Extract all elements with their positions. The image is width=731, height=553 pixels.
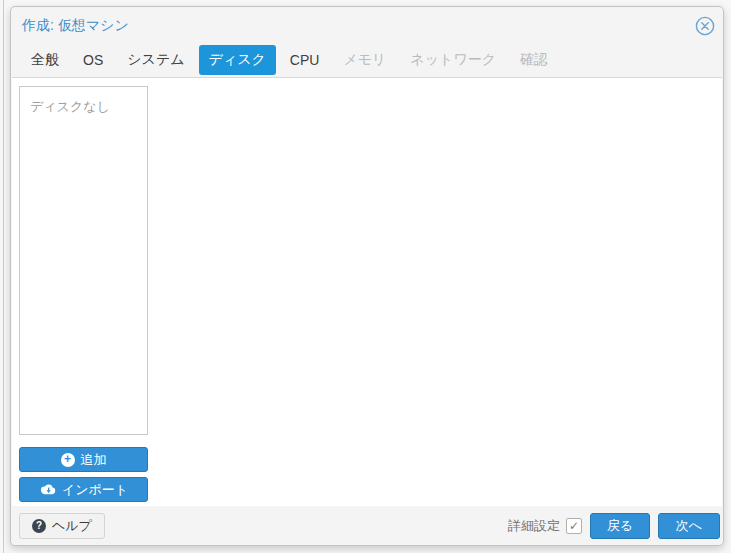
back-button[interactable]: 戻る	[590, 513, 650, 539]
disk-tab-content: ディスクなし + 追加 インポート	[12, 77, 722, 507]
tab-confirm: 確認	[510, 45, 558, 75]
cloud-download-icon	[39, 483, 56, 496]
tab-disks[interactable]: ディスク	[199, 45, 276, 75]
wizard-tabbar: 全般 OS システム ディスク CPU メモリ ネットワーク 確認	[11, 43, 723, 77]
add-disk-button[interactable]: + 追加	[19, 447, 148, 472]
tab-os[interactable]: OS	[73, 46, 113, 74]
tab-system[interactable]: システム	[117, 45, 194, 75]
dialog-titlebar: 作成: 仮想マシン	[11, 7, 723, 43]
create-vm-dialog: 作成: 仮想マシン 全般 OS システム ディスク CPU メモリ ネットワーク…	[10, 6, 724, 546]
import-disk-button-label: インポート	[62, 481, 128, 499]
tab-general[interactable]: 全般	[21, 45, 69, 75]
advanced-settings-label: 詳細設定	[508, 517, 560, 535]
background-divider	[3, 0, 4, 553]
tab-cpu[interactable]: CPU	[280, 46, 330, 74]
footer-right-group: 詳細設定 ✓ 戻る 次へ	[508, 513, 720, 539]
close-button[interactable]	[695, 16, 715, 36]
back-button-label: 戻る	[607, 517, 633, 535]
question-circle-icon: ?	[32, 519, 46, 533]
add-disk-button-label: 追加	[81, 451, 107, 469]
disk-list-empty-text: ディスクなし	[20, 87, 147, 127]
tab-network: ネットワーク	[400, 45, 506, 75]
import-disk-button[interactable]: インポート	[19, 477, 148, 502]
close-icon	[695, 16, 715, 36]
next-button-label: 次へ	[676, 517, 702, 535]
dialog-title: 作成: 仮想マシン	[22, 17, 129, 35]
advanced-settings-checkbox[interactable]: ✓	[566, 518, 582, 534]
tab-memory: メモリ	[333, 45, 396, 75]
help-button[interactable]: ? ヘルプ	[19, 513, 105, 539]
disk-list[interactable]: ディスクなし	[19, 86, 148, 435]
footer-toolbar: ? ヘルプ 詳細設定 ✓ 戻る 次へ	[11, 506, 723, 545]
plus-circle-icon: +	[61, 453, 75, 467]
next-button[interactable]: 次へ	[658, 513, 720, 539]
help-button-label: ヘルプ	[52, 517, 92, 535]
